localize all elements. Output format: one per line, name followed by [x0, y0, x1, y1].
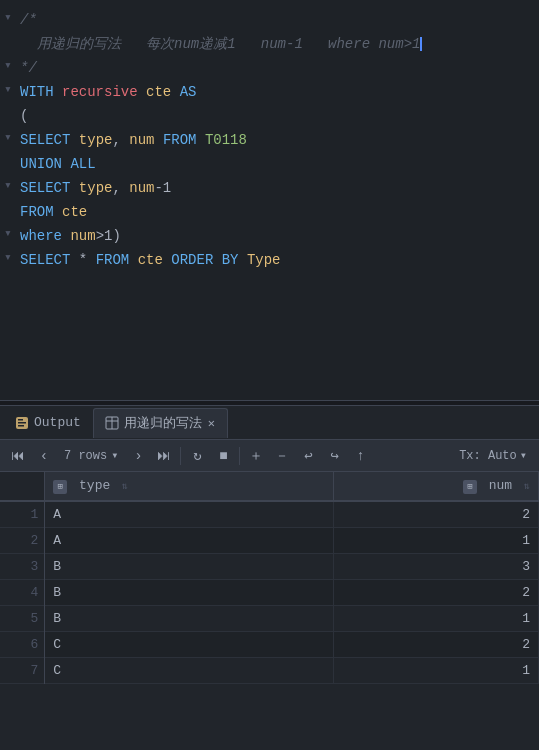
code-text: ( — [14, 105, 28, 127]
table-row: 5 B 1 — [0, 606, 539, 632]
code-text: SELECT * FROM cte ORDER BY Type — [14, 249, 281, 271]
fold-gutter[interactable]: ▾ — [0, 249, 14, 265]
code-text: where num>1) — [14, 225, 121, 247]
tab-output[interactable]: Output — [4, 408, 91, 438]
code-line-11: ▾ SELECT * FROM cte ORDER BY Type — [0, 248, 539, 272]
svg-rect-1 — [18, 419, 23, 421]
num-col-label: num — [489, 478, 512, 493]
code-text: /* — [14, 9, 37, 31]
code-line-5: ( — [0, 104, 539, 128]
code-line-10: ▾ where num>1) — [0, 224, 539, 248]
code-editor[interactable]: ▾ /* 用递归的写法 每次num递减1 num-1 where num>1 ▾… — [0, 0, 539, 400]
tx-badge[interactable]: Tx: Auto ▾ — [453, 448, 533, 463]
last-page-button[interactable]: ⏭ — [152, 444, 176, 468]
table-row: 7 C 1 — [0, 658, 539, 684]
code-line-2: 用递归的写法 每次num递减1 num-1 where num>1 — [0, 32, 539, 56]
code-line-1: ▾ /* — [0, 8, 539, 32]
row-number: 6 — [0, 632, 45, 658]
tab-close-button[interactable]: ✕ — [206, 416, 217, 431]
code-line-7: UNION ALL — [0, 152, 539, 176]
fold-gutter[interactable]: ▾ — [0, 129, 14, 145]
upload-button[interactable]: ↑ — [348, 444, 372, 468]
code-text: UNION ALL — [14, 153, 96, 175]
prev-page-button[interactable]: ‹ — [32, 444, 56, 468]
fold-gutter[interactable]: ▾ — [0, 225, 14, 241]
fold-gutter[interactable]: ▾ — [0, 9, 14, 25]
code-line-4: ▾ WITH recursive cte AS — [0, 80, 539, 104]
table-row: 3 B 3 — [0, 554, 539, 580]
undo-button[interactable]: ↩ — [296, 444, 320, 468]
table-row: 1 A 2 — [0, 501, 539, 528]
code-text: SELECT type, num-1 — [14, 177, 171, 199]
code-text: FROM cte — [14, 201, 87, 223]
row-number: 3 — [0, 554, 45, 580]
num-cell: 1 — [334, 658, 539, 684]
row-number: 1 — [0, 501, 45, 528]
rows-badge[interactable]: 7 rows ▾ — [58, 448, 124, 463]
type-col-icon: ⊞ — [53, 480, 67, 494]
type-col-label: type — [79, 478, 110, 493]
num-cell: 3 — [334, 554, 539, 580]
fold-gutter[interactable]: ▾ — [0, 81, 14, 97]
type-sort-icon: ⇅ — [122, 481, 128, 492]
first-page-button[interactable]: ⏮ — [6, 444, 30, 468]
rows-dropdown-icon: ▾ — [111, 448, 118, 463]
remove-row-button[interactable]: － — [270, 444, 294, 468]
table-row: 4 B 2 — [0, 580, 539, 606]
svg-rect-2 — [18, 422, 26, 424]
table-header-row: ⊞ type ⇅ ⊞ num ⇅ — [0, 472, 539, 501]
redo-button[interactable]: ↪ — [322, 444, 346, 468]
num-column-header[interactable]: ⊞ num ⇅ — [334, 472, 539, 501]
row-number: 5 — [0, 606, 45, 632]
tab-bar: Output 用递归的写法 ✕ — [0, 406, 539, 440]
code-text: SELECT type, num FROM T0118 — [14, 129, 247, 151]
num-cell: 2 — [334, 501, 539, 528]
num-sort-icon: ⇅ — [524, 481, 530, 492]
row-num-header — [0, 472, 45, 501]
tx-dropdown-icon: ▾ — [520, 448, 527, 463]
table-body: 1 A 2 2 A 1 3 B 3 4 B 2 5 B 1 6 C 2 7 C … — [0, 501, 539, 684]
results-table-container: ⊞ type ⇅ ⊞ num ⇅ 1 A 2 2 A — [0, 472, 539, 750]
results-table: ⊞ type ⇅ ⊞ num ⇅ 1 A 2 2 A — [0, 472, 539, 684]
table-icon — [104, 415, 120, 431]
table-row: 6 C 2 — [0, 632, 539, 658]
next-page-button[interactable]: › — [126, 444, 150, 468]
num-cell: 1 — [334, 528, 539, 554]
code-line-8: ▾ SELECT type, num-1 — [0, 176, 539, 200]
type-cell: C — [45, 632, 334, 658]
type-cell: B — [45, 580, 334, 606]
table-row: 2 A 1 — [0, 528, 539, 554]
code-line-6: ▾ SELECT type, num FROM T0118 — [0, 128, 539, 152]
type-cell: C — [45, 658, 334, 684]
results-toolbar: ⏮ ‹ 7 rows ▾ › ⏭ ↻ ■ ＋ － ↩ ↪ ↑ Tx: Auto … — [0, 440, 539, 472]
output-icon — [14, 415, 30, 431]
row-number: 4 — [0, 580, 45, 606]
code-text: 用递归的写法 每次num递减1 num-1 where num>1 — [14, 33, 422, 55]
rows-count: 7 rows — [64, 449, 107, 463]
num-cell: 1 — [334, 606, 539, 632]
tab-recursive[interactable]: 用递归的写法 ✕ — [93, 408, 228, 438]
code-line-9: FROM cte — [0, 200, 539, 224]
toolbar-sep-2 — [239, 447, 240, 465]
type-cell: A — [45, 501, 334, 528]
fold-gutter[interactable]: ▾ — [0, 177, 14, 193]
code-line-3: ▾ */ — [0, 56, 539, 80]
toolbar-sep-1 — [180, 447, 181, 465]
add-row-button[interactable]: ＋ — [244, 444, 268, 468]
type-cell: B — [45, 606, 334, 632]
code-text: WITH recursive cte AS — [14, 81, 196, 103]
code-text: */ — [14, 57, 37, 79]
bottom-panel: Output 用递归的写法 ✕ ⏮ ‹ 7 rows ▾ › ⏭ ↻ — [0, 406, 539, 750]
stop-button[interactable]: ■ — [211, 444, 235, 468]
fold-gutter[interactable]: ▾ — [0, 57, 14, 73]
type-column-header[interactable]: ⊞ type ⇅ — [45, 472, 334, 501]
type-cell: A — [45, 528, 334, 554]
tx-label: Tx: Auto — [459, 449, 517, 463]
row-number: 7 — [0, 658, 45, 684]
svg-rect-3 — [18, 425, 24, 427]
type-cell: B — [45, 554, 334, 580]
tab-output-label: Output — [34, 415, 81, 430]
refresh-button[interactable]: ↻ — [185, 444, 209, 468]
num-cell: 2 — [334, 632, 539, 658]
num-cell: 2 — [334, 580, 539, 606]
